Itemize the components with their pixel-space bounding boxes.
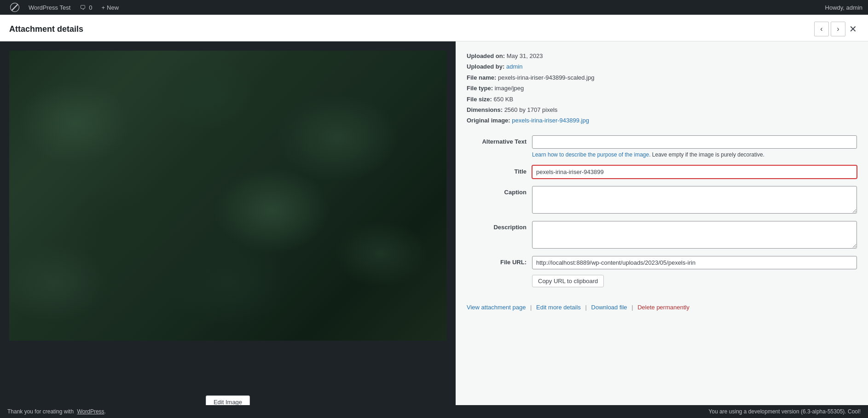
admin-bar-comments[interactable]: 🗨 0 — [75, 0, 97, 15]
file-size-value: 650 KB — [494, 96, 514, 103]
site-name-label: WordPress Test — [29, 4, 70, 11]
admin-bar-right: Howdy, admin — [825, 4, 862, 11]
caption-control-wrap — [532, 186, 857, 214]
edit-more-details-link[interactable]: Edit more details — [536, 304, 581, 311]
uploaded-by-label: Uploaded by: — [467, 63, 504, 70]
description-label: Description — [467, 221, 527, 231]
modal-navigation: ‹ › ✕ — [814, 22, 859, 36]
comments-count: 0 — [89, 4, 92, 11]
attachment-image — [9, 51, 446, 341]
copy-url-button[interactable]: Copy URL to clipboard — [532, 275, 604, 287]
footer-left: Thank you for creating with WordPress. — [7, 408, 106, 415]
links-section: View attachment page | Edit more details… — [467, 304, 857, 311]
file-name-value: pexels-irina-iriser-943899-scaled.jpg — [498, 74, 595, 81]
description-textarea[interactable] — [532, 221, 857, 249]
alt-text-help: Learn how to describe the purpose of the… — [532, 151, 857, 158]
original-image-link[interactable]: pexels-irina-iriser-943899.jpg — [512, 117, 589, 124]
caption-label: Caption — [467, 186, 527, 196]
delete-permanently-link[interactable]: Delete permanently — [637, 304, 689, 311]
uploaded-on-label: Uploaded on: — [467, 52, 505, 59]
view-attachment-link[interactable]: View attachment page — [467, 304, 526, 311]
alt-text-input[interactable] — [532, 135, 857, 149]
file-type: File type: image/jpeg — [467, 83, 857, 93]
file-url-control-wrap: Copy URL to clipboard — [532, 256, 857, 287]
new-label: New — [107, 4, 119, 11]
close-modal-button[interactable]: ✕ — [847, 24, 859, 34]
footer-version-info: You are using a development version (6.3… — [709, 408, 861, 415]
file-type-label: File type: — [467, 85, 493, 92]
alt-text-control-wrap: Learn how to describe the purpose of the… — [532, 135, 857, 158]
uploaded-by-link[interactable]: admin — [506, 63, 522, 70]
dimensions-value: 2560 by 1707 pixels — [504, 106, 558, 113]
separator-3: | — [631, 304, 633, 311]
download-file-link[interactable]: Download file — [591, 304, 627, 311]
image-area: Edit Image — [0, 41, 456, 418]
title-control-wrap — [532, 165, 857, 179]
modal-header: Attachment details ‹ › ✕ — [0, 15, 868, 41]
file-url-input[interactable] — [532, 256, 857, 269]
modal-title: Attachment details — [9, 24, 83, 34]
caption-group: Caption — [467, 186, 857, 214]
footer-wordpress-link[interactable]: WordPress — [77, 408, 104, 415]
title-group: Title — [467, 165, 857, 179]
title-input[interactable] — [532, 165, 857, 179]
description-control-wrap — [532, 221, 857, 249]
file-type-value: image/jpeg — [495, 85, 524, 92]
admin-bar-site-name[interactable]: WordPress Test — [24, 0, 75, 15]
footer-thank-you: Thank you for creating with — [7, 408, 74, 415]
description-group: Description — [467, 221, 857, 249]
next-attachment-button[interactable]: › — [831, 22, 845, 36]
plus-icon: + — [102, 4, 105, 11]
attachment-modal: Attachment details ‹ › ✕ Edit — [0, 15, 868, 418]
caption-textarea[interactable] — [532, 186, 857, 214]
alt-text-help-link[interactable]: Learn how to describe the purpose of the… — [532, 151, 649, 158]
alt-text-help-rest: . Leave empty if the image is purely dec… — [649, 151, 764, 158]
separator-2: | — [585, 304, 587, 311]
footer-bar: Thank you for creating with WordPress. Y… — [0, 405, 868, 418]
admin-bar-new[interactable]: + New — [97, 0, 124, 15]
modal-body: Edit Image Uploaded on: May 31, 2023 Upl… — [0, 41, 868, 418]
file-url-group: File URL: Copy URL to clipboard — [467, 256, 857, 287]
original-image: Original image: pexels-irina-iriser-9438… — [467, 115, 857, 126]
close-icon: ✕ — [849, 24, 857, 34]
edit-image-label: Edit Image — [214, 399, 242, 406]
uploaded-on: Uploaded on: May 31, 2023 — [467, 51, 857, 61]
dimensions: Dimensions: 2560 by 1707 pixels — [467, 104, 857, 115]
main-content: Attachment details ‹ › ✕ Edit — [0, 15, 868, 418]
details-area: Uploaded on: May 31, 2023 Uploaded by: a… — [456, 41, 868, 418]
comment-bubble-icon: 🗨 — [80, 4, 86, 11]
dimensions-label: Dimensions: — [467, 106, 503, 113]
admin-bar: WordPress Test 🗨 0 + New Howdy, admin — [0, 0, 868, 15]
uploaded-on-value: May 31, 2023 — [507, 52, 543, 59]
file-url-label: File URL: — [467, 256, 527, 266]
copy-url-label: Copy URL to clipboard — [538, 278, 598, 284]
uploaded-by: Uploaded by: admin — [467, 61, 857, 72]
original-image-label: Original image: — [467, 117, 510, 124]
next-icon: › — [837, 25, 839, 33]
separator-1: | — [530, 304, 532, 311]
file-size-label: File size: — [467, 96, 492, 103]
prev-icon: ‹ — [820, 25, 822, 33]
file-name: File name: pexels-irina-iriser-943899-sc… — [467, 72, 857, 83]
title-label: Title — [467, 165, 527, 175]
prev-attachment-button[interactable]: ‹ — [814, 22, 829, 36]
alt-text-label: Alternative Text — [467, 135, 527, 145]
file-size: File size: 650 KB — [467, 94, 857, 104]
admin-bar-wp-logo[interactable] — [6, 0, 24, 15]
alt-text-group: Alternative Text Learn how to describe t… — [467, 135, 857, 158]
admin-bar-left: WordPress Test 🗨 0 + New — [6, 0, 825, 15]
file-name-label: File name: — [467, 74, 496, 81]
file-metadata: Uploaded on: May 31, 2023 Uploaded by: a… — [467, 51, 857, 126]
howdy-text: Howdy, admin — [825, 4, 862, 11]
